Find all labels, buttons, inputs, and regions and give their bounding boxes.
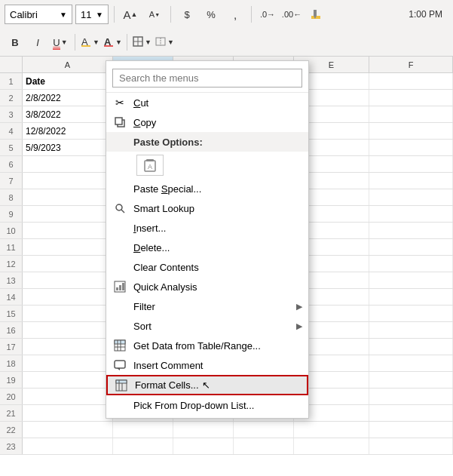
table-icon xyxy=(112,338,127,353)
cell-a-5[interactable]: 5/9/2023 xyxy=(23,140,113,155)
cell-f-17[interactable] xyxy=(369,339,453,355)
row-number: 1 xyxy=(0,73,23,89)
cell-a-20[interactable] xyxy=(23,388,113,404)
cell-a-7[interactable] xyxy=(23,173,113,189)
cell-f-12[interactable] xyxy=(369,256,453,272)
number-format-increase[interactable]: .0→ xyxy=(257,5,278,24)
cell-f-23[interactable] xyxy=(369,438,453,454)
percent-button[interactable]: % xyxy=(200,5,222,24)
cell-a-11[interactable] xyxy=(23,239,113,255)
search-input[interactable] xyxy=(112,69,302,88)
font-size-dropdown-icon[interactable]: ▼ xyxy=(96,11,103,19)
col-header-a[interactable]: A xyxy=(23,57,113,72)
border-button[interactable]: ▼ xyxy=(131,32,152,52)
menu-item-clear-contents[interactable]: Clear Contents xyxy=(106,257,308,277)
merge-button[interactable]: ▼ xyxy=(154,32,175,52)
cell-e-22[interactable] xyxy=(294,422,369,438)
filter-arrow-icon: ▶ xyxy=(296,302,302,312)
menu-item-quick-analysis[interactable]: Quick Analysis xyxy=(106,277,308,296)
cell-f-18[interactable] xyxy=(369,355,453,371)
row-number: 22 xyxy=(0,422,23,438)
cell-f-13[interactable] xyxy=(369,272,453,288)
menu-item-insert[interactable]: Insert... xyxy=(106,218,308,238)
font-size-selector[interactable]: 11 ▼ xyxy=(75,5,109,24)
menu-item-paste-special[interactable]: Paste Special... xyxy=(106,179,308,198)
cell-d-23[interactable] xyxy=(234,438,294,454)
cell-f-19[interactable] xyxy=(369,372,453,388)
cell-b-23[interactable] xyxy=(113,438,173,454)
cell-a-4[interactable]: 12/8/2022 xyxy=(23,123,113,139)
cell-f-15[interactable] xyxy=(369,306,453,321)
cell-a-1[interactable]: Date xyxy=(23,73,113,89)
cell-f-2[interactable] xyxy=(369,90,453,106)
menu-item-cut[interactable]: ✂ Cut xyxy=(106,93,308,112)
menu-item-insert-comment[interactable]: Insert Comment xyxy=(106,355,308,375)
cell-f-14[interactable] xyxy=(369,289,453,305)
row-number: 19 xyxy=(0,372,23,388)
increase-font-size-button[interactable]: A▲ xyxy=(120,5,141,24)
cell-b-22[interactable] xyxy=(113,422,173,438)
cell-e-23[interactable] xyxy=(294,438,369,454)
fill-color-button[interactable]: A ▼ xyxy=(79,32,100,52)
font-color-button[interactable]: A ▼ xyxy=(102,32,123,52)
menu-item-sort[interactable]: Sort ▶ xyxy=(106,316,308,336)
cell-c-23[interactable] xyxy=(173,438,234,454)
cell-a-10[interactable] xyxy=(23,223,113,238)
cell-f-3[interactable] xyxy=(369,106,453,122)
cell-f-4[interactable] xyxy=(369,123,453,139)
cell-f-10[interactable] xyxy=(369,223,453,238)
cell-f-16[interactable] xyxy=(369,322,453,338)
cell-a-14[interactable] xyxy=(23,289,113,305)
cell-d-22[interactable] xyxy=(234,422,294,438)
cell-f-22[interactable] xyxy=(369,422,453,438)
cell-c-22[interactable] xyxy=(173,422,234,438)
cell-a-2[interactable]: 2/8/2022 xyxy=(23,90,113,106)
italic-button[interactable]: I xyxy=(27,32,48,52)
bold-button[interactable]: B xyxy=(5,32,26,52)
menu-item-copy[interactable]: Copy xyxy=(106,112,308,132)
menu-item-smart-lookup[interactable]: Smart Lookup xyxy=(106,198,308,218)
font-name-dropdown-icon[interactable]: ▼ xyxy=(60,11,67,19)
cell-a-8[interactable] xyxy=(23,189,113,205)
cell-a-16[interactable] xyxy=(23,322,113,338)
cell-a-23[interactable] xyxy=(23,438,113,454)
menu-item-filter[interactable]: Filter ▶ xyxy=(106,296,308,316)
cell-a-12[interactable] xyxy=(23,256,113,272)
cell-a-22[interactable] xyxy=(23,422,113,438)
cell-f-1[interactable] xyxy=(369,73,453,89)
cell-a-15[interactable] xyxy=(23,306,113,321)
cell-f-7[interactable] xyxy=(369,173,453,189)
menu-item-get-data[interactable]: Get Data from Table/Range... xyxy=(106,336,308,355)
number-format-decrease[interactable]: .00← xyxy=(281,5,302,24)
cell-f-20[interactable] xyxy=(369,388,453,404)
decrease-font-size-button[interactable]: A▼ xyxy=(144,5,165,24)
cell-a-21[interactable] xyxy=(23,405,113,421)
cell-f-5[interactable] xyxy=(369,140,453,155)
font-name-selector[interactable]: Calibri ▼ xyxy=(5,5,72,24)
row-number: 6 xyxy=(0,156,23,172)
cell-f-11[interactable] xyxy=(369,239,453,255)
cell-a-17[interactable] xyxy=(23,339,113,355)
cell-a-13[interactable] xyxy=(23,272,113,288)
menu-item-pick-from-dropdown[interactable]: Pick From Drop-down List... xyxy=(106,395,308,415)
cell-a-18[interactable] xyxy=(23,355,113,371)
cell-f-9[interactable] xyxy=(369,206,453,222)
cell-a-19[interactable] xyxy=(23,372,113,388)
font-name-value: Calibri xyxy=(10,9,38,20)
cell-f-8[interactable] xyxy=(369,189,453,205)
menu-item-delete[interactable]: Delete... xyxy=(106,238,308,257)
paint-format-button[interactable] xyxy=(305,5,326,24)
col-header-f[interactable]: F xyxy=(369,57,453,72)
paste-icon-button[interactable]: A xyxy=(136,155,164,176)
cell-a-3[interactable]: 3/8/2022 xyxy=(23,106,113,122)
comma-button[interactable]: , xyxy=(225,5,246,24)
menu-item-format-cells[interactable]: Format Cells... ↖ xyxy=(106,375,308,395)
cell-a-9[interactable] xyxy=(23,206,113,222)
currency-button[interactable]: $ xyxy=(176,5,197,24)
cell-f-21[interactable] xyxy=(369,405,453,421)
menu-item-paste-options-header: Paste Options: xyxy=(106,132,308,152)
underline-button[interactable]: U ▼ xyxy=(50,32,71,52)
svg-rect-24 xyxy=(115,340,125,344)
cell-f-6[interactable] xyxy=(369,156,453,172)
cell-a-6[interactable] xyxy=(23,156,113,172)
